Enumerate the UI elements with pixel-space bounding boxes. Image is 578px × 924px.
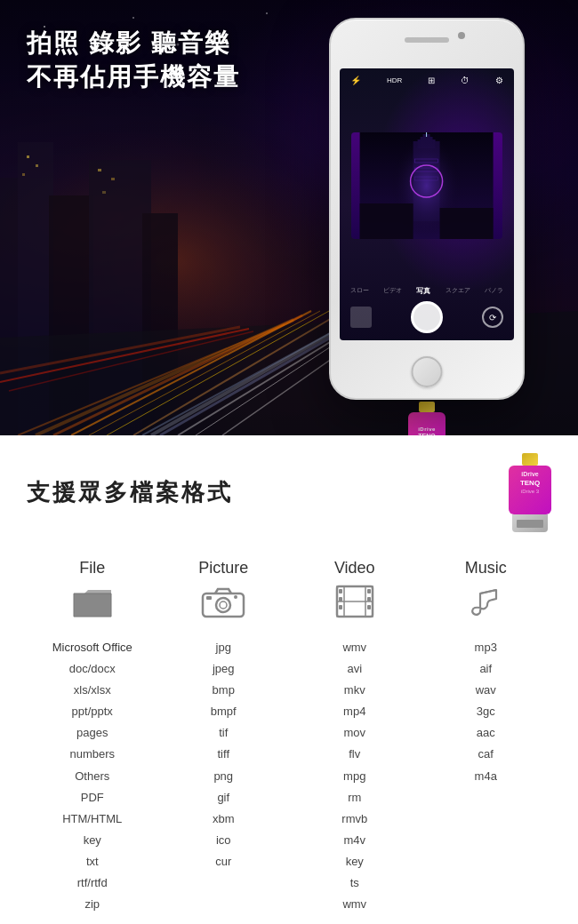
pic-item-5: tiff	[218, 745, 230, 764]
camera-top-bar: ⚡ HDR ⊞ ⏱ ⚙	[343, 76, 510, 85]
camera-icon	[201, 585, 245, 618]
file-item-12: zip	[84, 895, 100, 914]
svg-point-35	[266, 12, 268, 14]
pic-item-4: tif	[219, 723, 228, 743]
svg-point-51	[220, 601, 227, 609]
phone-mockup: ⚡ HDR ⊞ ⏱ ⚙	[329, 18, 525, 409]
camera-settings-icon: ⚙	[495, 76, 503, 85]
file-item-10: txt	[86, 852, 99, 872]
phone-home-button	[412, 356, 443, 387]
mus-item-0: mp3	[475, 638, 497, 657]
pic-item-2: bmp	[213, 681, 235, 700]
vid-item-10: key	[346, 852, 364, 872]
section-title: 支援眾多檔案格式	[27, 477, 233, 508]
phone-camera-dot	[458, 32, 465, 39]
video-col-title: Video	[334, 559, 375, 578]
music-note-icon	[466, 585, 505, 618]
pic-item-9: ico	[216, 831, 231, 850]
music-column: Music mp3 aif wav 3gc aac caf m4a	[421, 559, 552, 914]
mode-square: スクエア	[446, 286, 470, 296]
mus-item-3: 3gc	[477, 702, 495, 721]
svg-rect-59	[339, 605, 342, 609]
file-format-list: Microsoft Office doc/docx xls/xlsx ppt/p…	[52, 638, 132, 914]
vid-item-7: rm	[348, 788, 361, 808]
format-columns-grid: File Microsoft Office doc/docx xls/xlsx …	[27, 559, 551, 914]
pic-item-3: bmpf	[211, 702, 237, 721]
camera-mode-bar: スロー ビデオ 写真 スクエア パノラ	[343, 286, 510, 296]
music-format-list: mp3 aif wav 3gc aac caf m4a	[475, 638, 497, 786]
mus-item-4: aac	[477, 723, 495, 743]
usb-drive-attached: iDrive TENQ iDrive 3	[329, 402, 525, 435]
usb-product-illustration: iDrive TENQ iDrive 3	[509, 453, 551, 532]
picture-col-title: Picture	[198, 559, 248, 578]
pic-item-10: cur	[215, 852, 231, 872]
pic-item-8: xbm	[213, 809, 235, 829]
svg-line-64	[480, 590, 496, 593]
mode-photo: 写真	[416, 286, 430, 296]
file-item-6: Others	[75, 767, 109, 786]
product-plug-inner	[517, 520, 543, 528]
camera-shutter-row: ⟳	[343, 301, 510, 333]
picture-col-icon	[201, 585, 245, 624]
svg-rect-46	[360, 203, 413, 239]
vid-item-12: wmv	[342, 895, 366, 914]
svg-rect-57	[339, 589, 342, 593]
pic-item-1: jpeg	[213, 659, 235, 679]
svg-point-32	[132, 17, 134, 19]
vid-item-4: mov	[343, 723, 365, 743]
svg-point-52	[234, 595, 237, 599]
video-column: Video wmv avi mkv	[289, 559, 421, 914]
product-sub: iDrive 3	[521, 489, 539, 494]
camera-bottom-controls: スロー ビデオ 写真 スクエア パノラ ⟳	[343, 286, 510, 333]
vid-item-1: avi	[347, 659, 362, 679]
product-lightning	[522, 453, 538, 466]
pic-item-7: gif	[217, 788, 229, 808]
file-column: File Microsoft Office doc/docx xls/xlsx …	[27, 559, 158, 914]
mode-slow: スロー	[350, 286, 369, 296]
hero-text-block: 拍照 錄影 聽音樂 不再佔用手機容量	[27, 27, 240, 94]
camera-flash-icon: ⚡	[350, 76, 361, 85]
film-icon	[335, 585, 374, 618]
product-usb-plug	[512, 514, 548, 532]
vid-item-0: wmv	[342, 638, 366, 657]
camera-switch-icon: ⟳	[482, 307, 503, 328]
file-item-11: rtf/rtfd	[77, 873, 108, 893]
picture-format-list: jpg jpeg bmp bmpf tif tiff png gif xbm i…	[211, 638, 237, 872]
pic-item-0: jpg	[216, 638, 231, 657]
file-item-8: HTM/HTML	[62, 809, 122, 829]
product-body: iDrive TENQ iDrive 3	[509, 466, 551, 514]
phone-screen: ⚡ HDR ⊞ ⏱ ⚙	[340, 68, 514, 340]
camera-timer-icon: ⏱	[461, 76, 470, 85]
lightning-connector	[419, 402, 435, 412]
hero-section: 拍照 錄影 聽音樂 不再佔用手機容量 ⚡ HDR ⊞ ⏱ ⚙	[0, 0, 578, 435]
svg-point-50	[216, 598, 230, 612]
music-col-title: Music	[465, 559, 507, 578]
file-item-4: pages	[76, 723, 108, 743]
mus-item-2: wav	[476, 681, 496, 700]
mus-item-5: caf	[478, 745, 494, 764]
vid-item-8: rmvb	[341, 809, 367, 829]
usb-model-text: TENQ	[418, 433, 435, 435]
mode-pano: パノラ	[485, 286, 503, 296]
phone-screen-inner: ⚡ HDR ⊞ ⏱ ⚙	[340, 68, 514, 340]
pic-item-6: png	[213, 767, 233, 786]
camera-hdr-label: HDR	[387, 76, 402, 84]
file-item-1: doc/docx	[69, 659, 116, 679]
mus-item-1: aif	[479, 659, 492, 679]
camera-viewfinder	[351, 132, 502, 239]
camera-grid-icon: ⊞	[428, 76, 435, 85]
svg-rect-13	[102, 191, 106, 194]
file-item-2: xls/xlsx	[74, 681, 111, 700]
mode-video: ビデオ	[383, 286, 402, 296]
formats-section: 支援眾多檔案格式 iDrive TENQ iDrive 3 File	[0, 435, 578, 924]
file-col-icon	[72, 585, 113, 624]
svg-rect-62	[367, 605, 371, 609]
file-item-3: ppt/pptx	[72, 702, 113, 721]
folder-icon	[72, 585, 113, 618]
svg-rect-9	[36, 164, 38, 167]
vid-item-6: mpg	[343, 767, 365, 786]
section-header: 支援眾多檔案格式 iDrive TENQ iDrive 3	[27, 453, 551, 532]
hero-line1: 拍照 錄影 聽音樂	[27, 27, 240, 60]
camera-thumbnail	[350, 307, 372, 328]
svg-rect-10	[22, 173, 25, 176]
